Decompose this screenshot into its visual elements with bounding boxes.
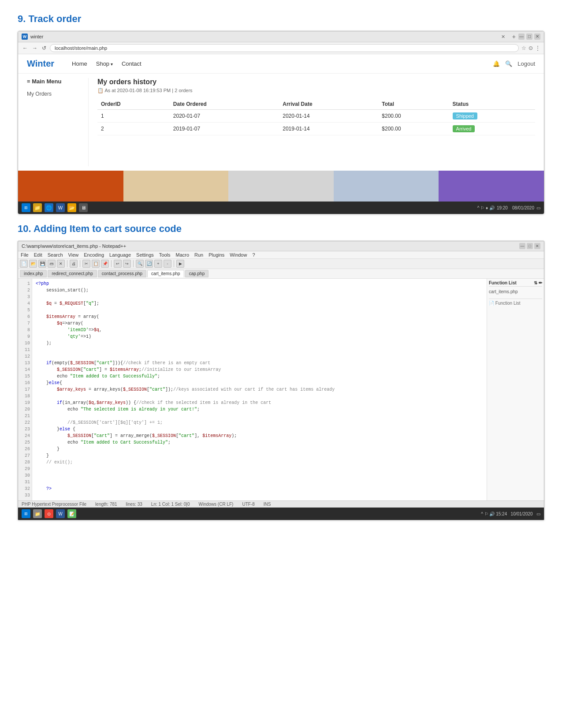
url-bar[interactable]: localhost/store/main.php — [50, 44, 519, 52]
notepad-code[interactable]: <?php session_start(); $q = $_REQUEST["q… — [32, 279, 487, 500]
order-1-date: 2020-01-07 — [170, 110, 279, 123]
minimize-icon[interactable]: — — [518, 34, 525, 40]
order-1-status: Shipped — [449, 110, 535, 123]
col-status: Status — [449, 99, 535, 110]
toolbar-find-icon[interactable]: 🔍 — [136, 260, 144, 268]
menu-help[interactable]: ? — [252, 252, 255, 258]
statusbar-mode: INS — [264, 502, 271, 507]
sidebar-my-orders[interactable]: My Orders — [27, 89, 79, 99]
notepad-close-icon[interactable]: ✕ — [534, 243, 540, 249]
toolbar-save-icon[interactable]: 💾 — [38, 260, 46, 268]
folder-icon[interactable]: 📂 — [67, 203, 76, 212]
menu-plugins[interactable]: Plugins — [208, 252, 224, 258]
nt-show-desktop-icon[interactable]: ▭ — [536, 511, 540, 516]
toolbar-saveall-icon[interactable]: 🗃 — [48, 260, 56, 268]
menu-file[interactable]: File — [21, 252, 29, 258]
notepad-title-text: C:\wamp\www\store\cart_items.php - Notep… — [22, 243, 517, 249]
statusbar-position: Ln: 1 Col: 1 Sel: 0|0 — [151, 502, 190, 507]
notepad-toolbar: 📄 📂 💾 🗃 ✕ 🖨 ✂ 📋 📌 ↩ ↪ 🔍 🔄 + - ▶ — [18, 259, 544, 269]
order-2-status: Arrived — [449, 123, 535, 135]
notepad-taskbar-icons: ⊞ 📁 ⊙ W 📝 — [22, 509, 76, 518]
toolbar-new-icon[interactable]: 📄 — [20, 260, 28, 268]
profile-icon[interactable]: ⊙ — [529, 45, 533, 51]
calendar-icon: 📋 — [97, 88, 104, 93]
toolbar-copy-icon[interactable]: 📋 — [92, 260, 100, 268]
logout-link[interactable]: Logout — [517, 60, 535, 67]
word-icon[interactable]: W — [56, 203, 65, 212]
tab-index[interactable]: index.php — [20, 270, 47, 277]
settings-icon[interactable]: ⋮ — [535, 45, 540, 51]
tab-cap[interactable]: cap.php — [185, 270, 209, 277]
browser-addressbar: ← → ↺ localhost/store/main.php ☆ ⊙ ⋮ — [18, 42, 544, 54]
nt-word-icon[interactable]: W — [56, 509, 65, 518]
orders-heading: My orders history — [97, 78, 535, 86]
restore-icon[interactable]: □ — [526, 34, 532, 40]
toolbar-undo-icon[interactable]: ↩ — [114, 260, 122, 268]
browser-icon[interactable]: 🌐 — [45, 203, 53, 212]
show-desktop-icon[interactable]: ▭ — [536, 205, 540, 210]
toolbar-replace-icon[interactable]: 🔄 — [145, 260, 153, 268]
toolbar-close-icon[interactable]: ✕ — [57, 260, 65, 268]
nav-shop[interactable]: Shop — [96, 60, 113, 67]
image-strip — [18, 171, 544, 202]
toolbar-zoomin-icon[interactable]: + — [154, 260, 162, 268]
notepad-restore-icon[interactable]: □ — [527, 243, 533, 249]
forward-icon[interactable]: → — [31, 45, 38, 51]
browser-favicon: W — [22, 34, 28, 40]
orders-meta-text: As at 2020-01-08 16:19:53 PM | 2 orders — [104, 88, 192, 93]
file-explorer-icon[interactable]: 📁 — [33, 203, 42, 212]
toolbar-run-icon[interactable]: ▶ — [176, 260, 184, 268]
close-window-icon[interactable]: ✕ — [534, 34, 540, 40]
nav-home[interactable]: Home — [72, 60, 87, 67]
notepad-minimize-icon[interactable]: — — [519, 243, 525, 249]
tab-contact-process[interactable]: contact_process.php — [98, 270, 146, 277]
menu-view[interactable]: View — [68, 252, 79, 258]
order-1-id: 1 — [97, 110, 170, 123]
toolbar-paste-icon[interactable]: 📌 — [101, 260, 109, 268]
menu-window[interactable]: Window — [230, 252, 247, 258]
new-tab-icon[interactable]: + — [512, 33, 516, 40]
back-icon[interactable]: ← — [22, 45, 29, 51]
notification-icon[interactable]: 🔔 — [493, 60, 500, 67]
menu-tools[interactable]: Tools — [159, 252, 171, 258]
bookmark-icon[interactable]: ☆ — [521, 45, 526, 51]
toolbar-zoomout-icon[interactable]: - — [164, 260, 171, 268]
nt-chrome-icon[interactable]: ⊙ — [45, 509, 53, 518]
menu-encoding[interactable]: Encoding — [84, 252, 104, 258]
notepad-ctrl-btns: — □ ✕ — [519, 243, 540, 249]
tab-close-icon[interactable]: ✕ — [501, 34, 505, 40]
nav-contact[interactable]: Contact — [122, 60, 141, 67]
notepad-window: C:\wamp\www\store\cart_items.php - Notep… — [18, 241, 544, 520]
menu-search[interactable]: Search — [48, 252, 63, 258]
system-tray-icons: ^ ⚐ ♦ 🔊 — [477, 205, 495, 210]
toolbar-print-icon[interactable]: 🖨 — [70, 260, 78, 268]
orders-meta: 📋 As at 2020-01-08 16:19:53 PM | 2 order… — [97, 88, 535, 93]
store-orders-main: My orders history 📋 As at 2020-01-08 16:… — [89, 78, 535, 166]
tab-cart-items[interactable]: cart_items.php — [147, 270, 184, 277]
menu-run[interactable]: Run — [194, 252, 203, 258]
menu-edit[interactable]: Edit — [34, 252, 42, 258]
menu-macro[interactable]: Macro — [175, 252, 189, 258]
start-icon[interactable]: ⊞ — [22, 203, 30, 212]
nt-file-icon[interactable]: 📁 — [33, 509, 42, 518]
toolbar-cut-icon[interactable]: ✂ — [82, 260, 90, 268]
order-1-total: $200.00 — [378, 110, 449, 123]
menu-settings[interactable]: Settings — [136, 252, 154, 258]
search-icon[interactable]: 🔍 — [505, 60, 512, 67]
menu-language[interactable]: Language — [109, 252, 131, 258]
clock-date: 08/01/2020 — [512, 205, 534, 210]
nt-start-icon[interactable]: ⊞ — [22, 509, 30, 518]
toolbar-redo-icon[interactable]: ↪ — [123, 260, 131, 268]
nt-notepad-icon[interactable]: 📝 — [67, 509, 76, 518]
extra-icon[interactable]: 🖥 — [79, 203, 88, 212]
store-content: ≡ Main Menu My Orders My orders history … — [18, 74, 544, 171]
toolbar-divider-5 — [174, 260, 174, 267]
toolbar-divider-2 — [80, 260, 80, 267]
taskbar-icons: ⊞ 📁 🌐 W 📂 🖥 — [22, 203, 88, 212]
col-orderid: OrderID — [97, 99, 170, 110]
browser-tab-label: winter — [30, 34, 499, 39]
toolbar-open-icon[interactable]: 📂 — [29, 260, 37, 268]
tab-redirect[interactable]: redirect_connect.php — [48, 270, 97, 277]
col-arrival-date: Arrival Date — [279, 99, 378, 110]
refresh-icon[interactable]: ↺ — [41, 45, 47, 51]
